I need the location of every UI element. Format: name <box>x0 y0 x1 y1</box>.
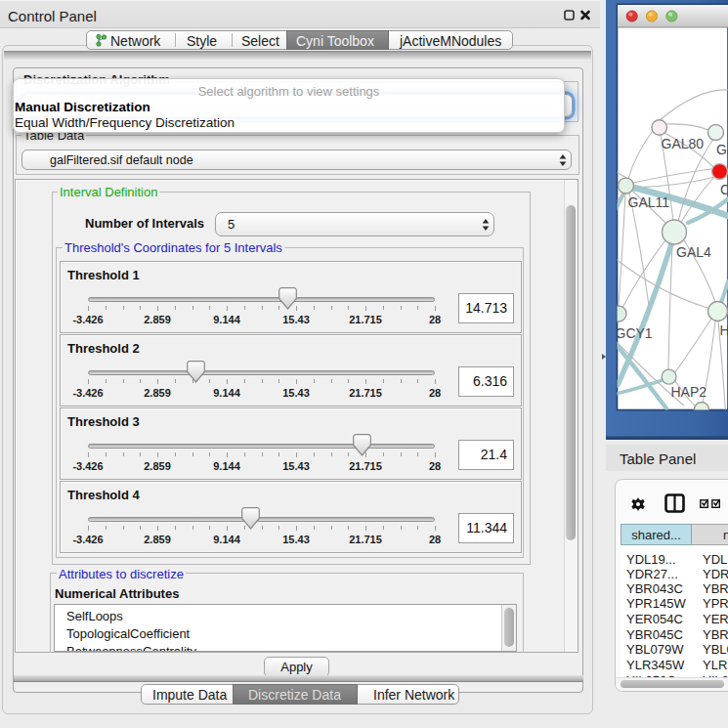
svg-text:GCY1: GCY1 <box>616 325 653 341</box>
svg-text:GAL3: GAL3 <box>716 142 728 157</box>
svg-text:GAL80: GAL80 <box>662 136 705 151</box>
svg-text:CYC8: CYC8 <box>720 182 728 197</box>
svg-text:GAL11: GAL11 <box>628 194 670 210</box>
svg-text:GAL4: GAL4 <box>676 244 711 260</box>
svg-text:HAP2: HAP2 <box>671 384 707 400</box>
svg-text:HIS4: HIS4 <box>720 322 728 338</box>
